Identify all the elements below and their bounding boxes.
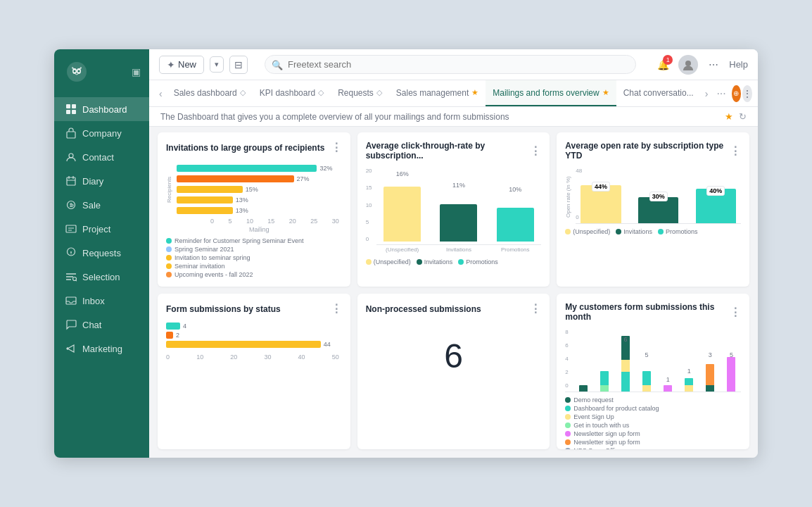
sidebar-item-contact[interactable]: Contact xyxy=(54,145,149,169)
user-avatar[interactable] xyxy=(678,55,698,75)
tab-sales-management[interactable]: Sales management ★ xyxy=(389,80,486,106)
project-icon xyxy=(65,223,77,234)
sidebar-item-sale[interactable]: Sale xyxy=(54,193,149,217)
hbar-row-0: 32% xyxy=(177,164,342,173)
tab-kpi-dashboard-label: KPI dashboard xyxy=(260,88,315,98)
tab-mailings[interactable]: Mailings and forms overview ★ xyxy=(486,80,616,106)
form-sub-bar-row-2: 44 xyxy=(166,341,342,348)
open-rate-legend-0: (Unspecified) xyxy=(565,228,610,235)
tab-next-button[interactable]: › xyxy=(701,85,713,102)
form-submissions-bars: 4 2 44 xyxy=(166,323,342,348)
card-form-submissions-title: Form submissions by status ⋮ xyxy=(166,302,342,315)
open-rate-legend-1: Invitations xyxy=(616,228,652,235)
tab-sales-dashboard[interactable]: Sales dashboard ◇ xyxy=(167,80,253,106)
hbar-bar-2 xyxy=(177,186,243,193)
customer-legend-4: Newsletter sign up form xyxy=(565,430,741,437)
requests-icon xyxy=(65,247,77,258)
sidebar-logo: ▣ xyxy=(54,49,149,92)
sidebar-item-company[interactable]: Company xyxy=(54,121,149,145)
diary-icon xyxy=(65,175,77,187)
card-non-processed-title: Non-processed submissions ⋮ xyxy=(366,302,542,315)
hbar-row-4: 13% xyxy=(177,206,342,215)
search-icon: 🔍 xyxy=(272,59,283,70)
inbox-icon xyxy=(65,295,77,306)
svg-point-3 xyxy=(74,70,76,73)
tab-kebab-button[interactable]: ⋮ xyxy=(742,85,752,102)
main-content: ✦ New ▾ ⊟ 🔍 🔔 1 ⋯ Help xyxy=(149,49,758,458)
grid-view-button[interactable]: ⊟ xyxy=(229,56,248,74)
subtitle-refresh-icon[interactable]: ↻ xyxy=(739,111,747,122)
sidebar-item-sale-label: Sale xyxy=(82,200,101,211)
card-non-processed: Non-processed submissions ⋮ 6 xyxy=(357,294,550,449)
customer-legend-3: Get in touch with us xyxy=(565,422,741,429)
tab-mailings-star-icon: ★ xyxy=(602,88,609,97)
card-customer-form-title: My customers form submissions this month… xyxy=(565,302,741,322)
sidebar: ▣ Dashboard Company xyxy=(54,49,149,458)
sidebar-collapse-btn[interactable]: ▣ xyxy=(132,66,141,77)
svg-point-0 xyxy=(67,62,87,82)
sidebar-item-dashboard[interactable]: Dashboard xyxy=(54,97,149,121)
ctr-x-labels: (Unspecified) Invitations Promotions xyxy=(376,245,542,254)
card-avg-ctr: Average click-through-rate by subscripti… xyxy=(357,132,550,287)
sidebar-item-inbox[interactable]: Inbox xyxy=(54,289,149,313)
y-axis-title-invitations: Recipients xyxy=(166,176,172,202)
hbar-x-title: Mailing xyxy=(177,226,342,233)
logo-icon xyxy=(65,61,88,83)
tab-requests[interactable]: Requests ◇ xyxy=(331,80,389,106)
ctr-legend: (Unspecified) Invitations Promotions xyxy=(366,258,542,265)
help-label[interactable]: Help xyxy=(729,59,748,70)
legend-dot-1 xyxy=(166,246,172,252)
tab-options-button[interactable]: ⊕ xyxy=(732,85,741,102)
card-invitations: Invitations to large groups of recipient… xyxy=(158,132,350,287)
ctr-legend-2: Promotions xyxy=(458,258,498,265)
tab-prev-button[interactable]: ‹ xyxy=(155,85,167,102)
card-form-submissions-menu[interactable]: ⋮ xyxy=(331,302,342,315)
subtitle-bar: The Dashboard that gives you a complete … xyxy=(149,107,758,127)
sidebar-item-project[interactable]: Project xyxy=(54,217,149,241)
chart-col-2: 6 xyxy=(616,336,635,392)
legend-item-3: Seminar invitation xyxy=(166,263,342,270)
legend-item-1: Spring Seminar 2021 xyxy=(166,246,342,253)
sidebar-item-chat[interactable]: Chat xyxy=(54,313,149,337)
hbar-bar-0 xyxy=(177,165,317,172)
card-invitations-menu[interactable]: ⋮ xyxy=(331,141,342,154)
sidebar-item-marketing-label: Marketing xyxy=(82,344,122,354)
search-input[interactable] xyxy=(265,55,636,74)
card-non-processed-menu[interactable]: ⋮ xyxy=(530,302,541,315)
hbar-row-1: 27% xyxy=(177,175,342,183)
card-customer-form-menu[interactable]: ⋮ xyxy=(730,306,741,319)
new-button[interactable]: ✦ New xyxy=(159,56,204,74)
card-avg-ctr-title: Average click-through-rate by subscripti… xyxy=(366,141,542,161)
subtitle-star-icon[interactable]: ★ xyxy=(725,111,733,122)
tab-sales-dashboard-icon: ◇ xyxy=(240,88,246,97)
sidebar-item-inbox-label: Inbox xyxy=(82,296,105,306)
tab-chat[interactable]: Chat conversatio... xyxy=(616,80,701,106)
card-avg-open-rate-menu[interactable]: ⋮ xyxy=(730,144,741,158)
legend-item-2: Invitation to seminar spring xyxy=(166,254,342,261)
legend-dot-3 xyxy=(166,263,172,269)
tab-sales-star-icon: ★ xyxy=(471,88,478,97)
legend-dot-0 xyxy=(166,238,172,244)
menu-dots-button[interactable]: ⋯ xyxy=(704,55,723,75)
form-sub-x-axis: 0 10 20 30 40 50 xyxy=(166,353,342,361)
sidebar-item-selection[interactable]: Selection xyxy=(54,265,149,289)
selection-icon xyxy=(65,271,77,282)
tab-more-button[interactable]: ··· xyxy=(712,87,730,100)
customer-form-legend: Demo request Dashboard for product catal… xyxy=(565,396,741,449)
new-dropdown-button[interactable]: ▾ xyxy=(210,56,224,73)
sidebar-item-marketing[interactable]: Marketing xyxy=(54,337,149,361)
legend-dot-4 xyxy=(166,272,172,277)
tab-requests-icon: ◇ xyxy=(376,88,382,97)
tab-chat-label: Chat conversatio... xyxy=(623,88,694,98)
sidebar-item-diary[interactable]: Diary xyxy=(54,169,149,193)
open-rate-bar-unspecified: 44% xyxy=(576,182,626,223)
tab-kpi-dashboard[interactable]: KPI dashboard ◇ xyxy=(253,80,331,106)
customer-legend-2: Event Sign Up xyxy=(565,413,741,420)
card-avg-ctr-menu[interactable]: ⋮ xyxy=(530,144,541,158)
notifications-button[interactable]: 🔔 1 xyxy=(653,55,673,75)
sidebar-item-requests[interactable]: Requests xyxy=(54,241,149,265)
card-avg-open-rate-title: Average open rate by subscription type Y… xyxy=(565,141,741,161)
chart-col-5: 1 xyxy=(680,336,699,392)
company-icon xyxy=(65,127,77,139)
card-avg-open-rate: Average open rate by subscription type Y… xyxy=(557,132,749,287)
